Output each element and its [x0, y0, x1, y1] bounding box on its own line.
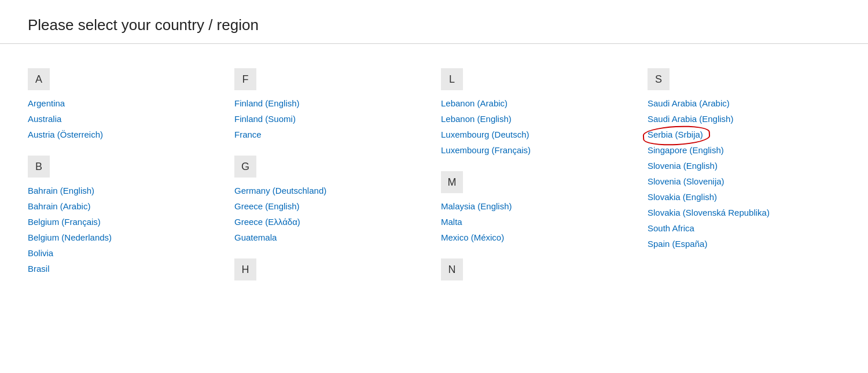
country-link[interactable]: Brasil [28, 264, 220, 274]
country-link[interactable]: Bolivia [28, 248, 220, 258]
section-H: H [234, 253, 427, 289]
country-link[interactable]: Slovakia (Slovenská Republika) [648, 208, 840, 217]
page-title: Please select your country / region [28, 16, 840, 34]
section-N: N [441, 253, 634, 289]
section-F: FFinland (English)Finland (Suomi)France [234, 62, 427, 145]
country-link[interactable]: Mexico (México) [441, 232, 634, 242]
country-link[interactable]: Serbia (Srbija) [648, 130, 840, 139]
country-link[interactable]: Luxembourg (Deutsch) [441, 130, 634, 139]
section-G: GGermany (Deutschland)Greece (English)Gr… [234, 150, 427, 248]
letter-badge-H: H [234, 258, 256, 280]
page-header: Please select your country / region [0, 0, 868, 44]
letter-badge-N: N [441, 258, 463, 280]
country-link[interactable]: Finland (Suomi) [234, 114, 427, 124]
country-link[interactable]: France [234, 130, 427, 139]
column-2: LLebanon (Arabic)Lebanon (English)Luxemb… [441, 62, 634, 293]
letter-badge-A: A [28, 68, 50, 90]
country-link[interactable]: Argentina [28, 98, 220, 108]
letter-badge-L: L [441, 68, 463, 90]
country-link[interactable]: Singapore (English) [648, 145, 840, 155]
section-S: SSaudi Arabia (Arabic)Saudi Arabia (Engl… [648, 62, 840, 254]
country-link[interactable]: Lebanon (Arabic) [441, 98, 634, 108]
country-link[interactable]: Slovakia (English) [648, 192, 840, 202]
country-grid: AArgentinaAustraliaAustria (Österreich)B… [0, 44, 868, 312]
country-link[interactable]: Lebanon (English) [441, 114, 634, 124]
country-link[interactable]: Slovenia (English) [648, 161, 840, 171]
letter-badge-M: M [441, 171, 463, 193]
country-link[interactable]: Belgium (Nederlands) [28, 232, 220, 242]
country-link[interactable]: Bahrain (Arabic) [28, 201, 220, 211]
country-link[interactable]: Slovenia (Slovenija) [648, 176, 840, 186]
country-link[interactable]: Australia [28, 114, 220, 124]
country-link[interactable]: Belgium (Français) [28, 217, 220, 227]
country-link[interactable]: Saudi Arabia (Arabic) [648, 98, 840, 108]
country-link[interactable]: Malta [441, 217, 634, 227]
column-0: AArgentinaAustraliaAustria (Österreich)B… [28, 62, 220, 293]
country-link[interactable]: Greece (English) [234, 201, 427, 211]
section-B: BBahrain (English)Bahrain (Arabic)Belgiu… [28, 150, 220, 279]
letter-badge-G: G [234, 156, 256, 178]
letter-badge-B: B [28, 156, 50, 178]
section-A: AArgentinaAustraliaAustria (Österreich) [28, 62, 220, 145]
letter-badge-F: F [234, 68, 256, 90]
country-link[interactable]: Germany (Deutschland) [234, 186, 427, 195]
country-link[interactable]: Saudi Arabia (English) [648, 114, 840, 124]
country-link[interactable]: Greece (Ελλάδα) [234, 217, 427, 227]
section-L: LLebanon (Arabic)Lebanon (English)Luxemb… [441, 62, 634, 161]
country-link[interactable]: Spain (España) [648, 239, 840, 249]
letter-badge-S: S [648, 68, 670, 90]
country-link[interactable]: Finland (English) [234, 98, 427, 108]
country-link[interactable]: Guatemala [234, 232, 427, 242]
country-link[interactable]: Austria (Österreich) [28, 130, 220, 139]
country-link[interactable]: Luxembourg (Français) [441, 145, 634, 155]
section-M: MMalaysia (English)MaltaMexico (México) [441, 165, 634, 248]
country-link[interactable]: South Africa [648, 223, 840, 233]
column-1: FFinland (English)Finland (Suomi)FranceG… [234, 62, 427, 293]
country-link[interactable]: Bahrain (English) [28, 186, 220, 195]
column-3: SSaudi Arabia (Arabic)Saudi Arabia (Engl… [648, 62, 840, 293]
country-link[interactable]: Malaysia (English) [441, 201, 634, 211]
